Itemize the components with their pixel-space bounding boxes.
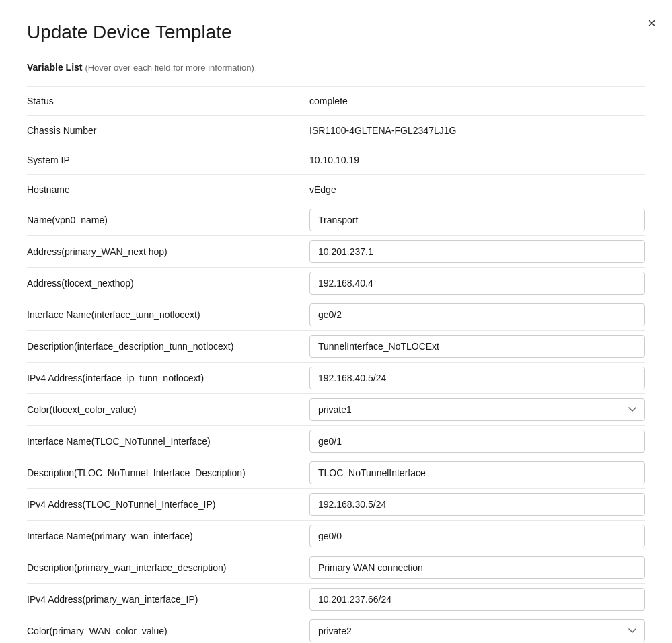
field-label: Interface Name(primary_wan_interface) [27, 524, 309, 548]
text-input-field[interactable] [309, 303, 645, 326]
field-label: Description(TLOC_NoTunnel_Interface_Desc… [27, 461, 309, 485]
form-row: Interface Name(interface_tunn_notlocext) [27, 299, 645, 331]
form-row: HostnamevEdge [27, 175, 645, 204]
field-label: IPv4 Address(TLOC_NoTunnel_Interface_IP) [27, 492, 309, 517]
static-field-value: ISR1100-4GLTENA-FGL2347LJ1G [309, 118, 456, 143]
text-input-field[interactable] [309, 461, 645, 484]
form-row: Description(primary_wan_interface_descri… [27, 552, 645, 584]
static-field-value: vEdge [309, 178, 336, 202]
text-input-field[interactable] [309, 335, 645, 358]
text-input-field[interactable] [309, 588, 645, 611]
form-row: IPv4 Address(primary_wan_interface_IP) [27, 584, 645, 615]
static-field-value: complete [309, 89, 348, 113]
field-label: Status [27, 89, 309, 113]
form-row: Description(TLOC_NoTunnel_Interface_Desc… [27, 457, 645, 489]
static-field-value: 10.10.10.19 [309, 148, 359, 172]
select-field[interactable]: private1private2public-internetbiz-inter… [309, 398, 645, 421]
variable-list-title: Variable List [27, 62, 82, 73]
select-field[interactable]: private1private2public-internetbiz-inter… [309, 619, 645, 642]
form-row: IPv4 Address(interface_ip_tunn_notlocext… [27, 363, 645, 394]
form-row: Name(vpn0_name) [27, 204, 645, 236]
text-input-field[interactable] [309, 430, 645, 453]
text-input-field[interactable] [309, 556, 645, 579]
field-label: Interface Name(interface_tunn_notlocext) [27, 303, 309, 327]
modal-container: × Update Device Template Variable List (… [0, 0, 672, 643]
field-label: Color(primary_WAN_color_value) [27, 619, 309, 643]
field-label: Address(tlocext_nexthop) [27, 271, 309, 295]
field-label: Description(interface_description_tunn_n… [27, 334, 309, 358]
form-row: Address(tlocext_nexthop) [27, 268, 645, 299]
text-input-field[interactable] [309, 525, 645, 547]
field-label: Chassis Number [27, 118, 309, 143]
text-input-field[interactable] [309, 367, 645, 389]
form-row: Color(primary_WAN_color_value)private1pr… [27, 615, 645, 643]
field-label: Address(primary_WAN_next hop) [27, 239, 309, 264]
form-row: Statuscomplete [27, 86, 645, 116]
form-row: System IP10.10.10.19 [27, 145, 645, 175]
text-input-field[interactable] [309, 240, 645, 263]
form-row: IPv4 Address(TLOC_NoTunnel_Interface_IP) [27, 489, 645, 521]
text-input-field[interactable] [309, 272, 645, 295]
variable-list-header: Variable List (Hover over each field for… [27, 62, 645, 73]
modal-title: Update Device Template [27, 22, 645, 43]
form-row: Chassis NumberISR1100-4GLTENA-FGL2347LJ1… [27, 116, 645, 145]
close-button[interactable]: × [645, 13, 659, 32]
form-row: Description(interface_description_tunn_n… [27, 331, 645, 363]
form-fields: StatuscompleteChassis NumberISR1100-4GLT… [27, 86, 645, 643]
field-label: Color(tlocext_color_value) [27, 398, 309, 422]
text-input-field[interactable] [309, 493, 645, 516]
field-label: Description(primary_wan_interface_descri… [27, 556, 309, 580]
field-label: IPv4 Address(interface_ip_tunn_notlocext… [27, 366, 309, 390]
form-row: Interface Name(TLOC_NoTunnel_Interface) [27, 426, 645, 457]
text-input-field[interactable] [309, 209, 645, 231]
field-label: System IP [27, 148, 309, 172]
form-row: Address(primary_WAN_next hop) [27, 236, 645, 268]
form-row: Interface Name(primary_wan_interface) [27, 521, 645, 552]
field-label: Interface Name(TLOC_NoTunnel_Interface) [27, 429, 309, 453]
form-row: Color(tlocext_color_value)private1privat… [27, 394, 645, 426]
field-label: Name(vpn0_name) [27, 208, 309, 232]
field-label: IPv4 Address(primary_wan_interface_IP) [27, 587, 309, 611]
variable-list-hint-text: (Hover over each field for more informat… [85, 63, 254, 73]
field-label: Hostname [27, 178, 309, 202]
